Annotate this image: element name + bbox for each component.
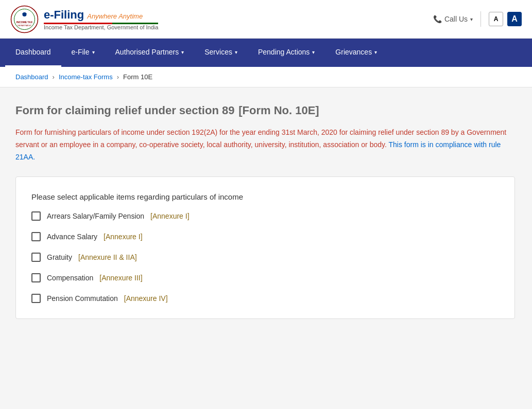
checkbox-gratuity[interactable] bbox=[31, 253, 41, 262]
breadcrumb-sep-1: › bbox=[53, 73, 55, 81]
nav-item-grievances[interactable]: Grievances ▾ bbox=[325, 39, 387, 67]
checkbox-arrears-salary[interactable] bbox=[31, 211, 41, 221]
main-nav: Dashboard e-File ▾ Authorised Partners ▾… bbox=[0, 39, 532, 67]
nav-services-label: Services bbox=[204, 48, 232, 56]
font-large-button[interactable]: A bbox=[507, 12, 522, 26]
svg-text:DEPARTMENT: DEPARTMENT bbox=[18, 24, 32, 27]
checkbox-arrears-label: Arrears Salary/Family Pension bbox=[47, 212, 144, 220]
svg-text:INCOME TAX: INCOME TAX bbox=[16, 21, 33, 24]
page-title-suffix: [Form No. 10E] bbox=[238, 104, 319, 117]
breadcrumb-income-tax-forms[interactable]: Income-tax Forms bbox=[59, 73, 113, 81]
services-chevron-icon: ▾ bbox=[235, 49, 237, 55]
header-divider bbox=[480, 11, 481, 27]
site-header: INCOME TAX DEPARTMENT e-Filing Anywhere … bbox=[0, 0, 532, 39]
grievances-chevron-icon: ▾ bbox=[374, 49, 377, 55]
nav-item-pending-actions[interactable]: Pending Actions ▾ bbox=[248, 39, 325, 67]
checkbox-compensation[interactable] bbox=[31, 273, 41, 282]
checkbox-item-advance: Advance Salary [Annexure I] bbox=[31, 232, 499, 241]
brand-main-text: e-Filing bbox=[44, 8, 84, 22]
checkbox-pension-commutation[interactable] bbox=[31, 294, 41, 303]
call-us-chevron: ▾ bbox=[470, 16, 473, 22]
nav-item-authorised-partners[interactable]: Authorised Partners ▾ bbox=[105, 39, 195, 67]
logo-area: INCOME TAX DEPARTMENT e-Filing Anywhere … bbox=[10, 5, 158, 33]
form-section-title: Please select applicable items regarding… bbox=[31, 192, 499, 201]
font-small-button[interactable]: A bbox=[489, 12, 503, 26]
breadcrumb-sep-2: › bbox=[117, 73, 119, 81]
nav-pending-label: Pending Actions bbox=[258, 48, 310, 56]
nav-grievances-label: Grievances bbox=[335, 48, 372, 56]
checkbox-gratuity-label: Gratuity bbox=[47, 253, 72, 261]
checkbox-advance-salary[interactable] bbox=[31, 232, 41, 241]
checkbox-compensation-annexure: [Annexure III] bbox=[99, 274, 142, 282]
checkbox-advance-annexure: [Annexure I] bbox=[104, 233, 143, 241]
nav-item-efile[interactable]: e-File ▾ bbox=[61, 39, 105, 67]
checkbox-pension-label: Pension Commutation bbox=[47, 294, 118, 303]
checkbox-item-gratuity: Gratuity [Annexure II & IIA] bbox=[31, 253, 499, 262]
checkbox-compensation-label: Compensation bbox=[47, 274, 93, 282]
call-us-label: Call Us bbox=[444, 15, 468, 23]
nav-efile-label: e-File bbox=[72, 48, 90, 56]
phone-icon: 📞 bbox=[433, 15, 442, 23]
auth-partners-chevron-icon: ▾ bbox=[181, 49, 184, 55]
form-card: Please select applicable items regarding… bbox=[15, 176, 515, 319]
call-us-button[interactable]: 📞 Call Us ▾ bbox=[433, 15, 473, 23]
checkbox-item-arrears: Arrears Salary/Family Pension [Annexure … bbox=[31, 211, 499, 221]
page-title-main: Form for claiming relief under section 8… bbox=[15, 104, 234, 117]
nav-item-dashboard[interactable]: Dashboard bbox=[5, 39, 61, 67]
checkbox-advance-label: Advance Salary bbox=[47, 233, 97, 241]
page-description: Form for furnishing particulars of incom… bbox=[15, 127, 515, 163]
efile-chevron-icon: ▾ bbox=[92, 49, 95, 55]
checkbox-item-compensation: Compensation [Annexure III] bbox=[31, 273, 499, 282]
checkbox-pension-annexure: [Annexure IV] bbox=[124, 294, 168, 303]
pending-chevron-icon: ▾ bbox=[312, 49, 315, 55]
brand-tagline-text: Anywhere Anytime bbox=[87, 12, 143, 20]
header-actions: 📞 Call Us ▾ A A bbox=[433, 11, 522, 27]
nav-dashboard-label: Dashboard bbox=[15, 48, 51, 56]
checkbox-gratuity-annexure: [Annexure II & IIA] bbox=[78, 253, 137, 261]
brand-subtitle: Income Tax Department, Government of Ind… bbox=[44, 24, 158, 30]
brand-text: e-Filing Anywhere Anytime Income Tax Dep… bbox=[44, 8, 158, 30]
emblem-icon: INCOME TAX DEPARTMENT bbox=[10, 5, 39, 33]
nav-item-services[interactable]: Services ▾ bbox=[194, 39, 248, 67]
page-title: Form for claiming relief under section 8… bbox=[15, 100, 517, 119]
checkbox-arrears-annexure: [Annexure I] bbox=[150, 212, 190, 220]
breadcrumb: Dashboard › Income-tax Forms › Form 10E bbox=[0, 67, 532, 87]
breadcrumb-current: Form 10E bbox=[123, 73, 152, 81]
font-controls: A A bbox=[489, 12, 522, 26]
breadcrumb-dashboard[interactable]: Dashboard bbox=[15, 73, 48, 81]
checkbox-item-pension: Pension Commutation [Annexure IV] bbox=[31, 294, 499, 303]
main-content: Form for claiming relief under section 8… bbox=[0, 87, 532, 409]
nav-auth-partners-label: Authorised Partners bbox=[115, 48, 179, 56]
